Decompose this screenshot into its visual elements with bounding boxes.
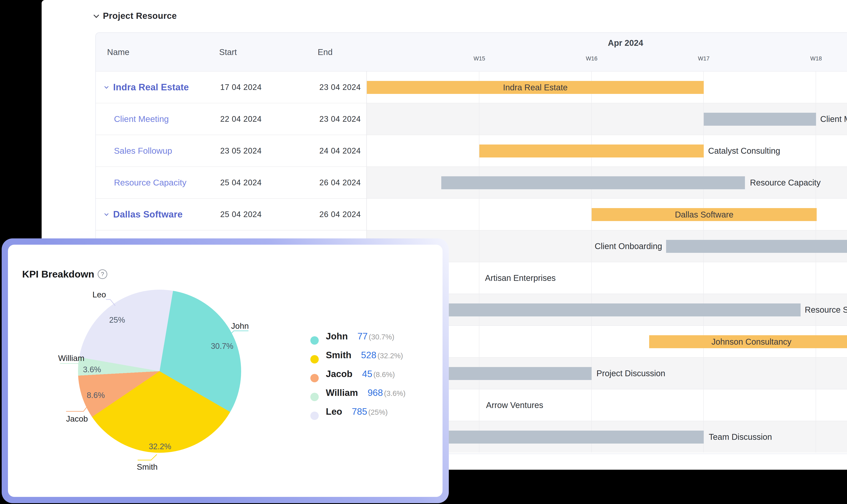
legend-value: 77 (357, 331, 368, 342)
gantt-row-dallas-software: Dallas Software 25 04 2024 26 04 2024 Da… (96, 198, 847, 230)
bar-label: Arrow Ventures (486, 400, 543, 410)
legend-percent: (3.6%) (384, 389, 406, 398)
page-background: Project Resource Name Start End Apr 2024… (0, 0, 847, 504)
bar-label: Resource Scheduler (805, 305, 847, 314)
timeline-cell: Resource Capacity (367, 167, 847, 198)
legend-name: Leo (326, 406, 342, 417)
gantt-bar-catalyst-consulting[interactable] (479, 144, 704, 158)
chevron-down-icon[interactable] (104, 212, 109, 216)
legend-percent: (32.2%) (378, 352, 403, 360)
gantt-row-sales-followup: Sales Followup 23 05 2024 24 04 2024 Cat… (96, 135, 847, 166)
gantt-row-resource-capacity: Resource Capacity 25 04 2024 26 04 2024 … (96, 166, 847, 198)
task-start-date: 17 04 2024 (220, 83, 262, 92)
legend-value: 528 (361, 350, 376, 360)
task-name-link[interactable]: Indra Real Estate (113, 82, 189, 92)
column-header-name: Name (107, 47, 129, 57)
timeline-month-label: Apr 2024 (608, 38, 643, 48)
week-gridline (479, 71, 479, 453)
timeline-week-label: W17 (698, 55, 709, 62)
legend-value: 968 (368, 388, 383, 398)
bar-label: Indra Real Estate (367, 81, 704, 94)
bar-label: Artisan Enterprises (485, 273, 556, 283)
timeline-cell: Indra Real Estate (367, 72, 847, 103)
timeline-week-label: W16 (586, 55, 597, 62)
help-icon[interactable]: ? (98, 269, 107, 279)
chevron-down-icon[interactable] (93, 12, 99, 18)
task-name-link[interactable]: Dallas Software (113, 209, 183, 220)
bar-label: Dallas Software (592, 208, 817, 221)
legend-name: Smith (326, 350, 352, 360)
grid-header: Name Start End Apr 2024 W15 W16 W17 W18 (96, 33, 847, 71)
task-start-date: 25 04 2024 (220, 178, 262, 187)
gantt-bar-indra-real-estate[interactable]: Indra Real Estate (367, 81, 704, 94)
timeline-week-label: W15 (473, 55, 485, 62)
legend-dot (310, 355, 319, 363)
bar-label: Resource Capacity (750, 178, 821, 187)
legend-dot (310, 374, 319, 382)
legend-value: 785 (352, 406, 367, 417)
task-start-date: 23 05 2024 (220, 146, 262, 156)
task-name-link[interactable]: Sales Followup (114, 146, 172, 156)
task-name-link[interactable]: Client Meeting (114, 114, 169, 124)
task-end-date: 23 04 2024 (319, 114, 361, 124)
legend-item-william[interactable]: William 968 (3.6%) (310, 388, 406, 406)
legend-item-jacob[interactable]: Jacob 45 (8.6%) (310, 369, 406, 388)
timeline-cell: Client Meeting (367, 103, 847, 135)
task-start-date: 22 04 2024 (220, 114, 262, 124)
gantt-bar-johnson-consultancy[interactable]: Johnson Consultancy (649, 335, 847, 348)
gantt-row-indra-real-estate: Indra Real Estate 17 04 2024 23 04 2024 … (96, 71, 847, 103)
legend-name: William (326, 388, 358, 398)
legend-percent: (30.7%) (369, 333, 394, 341)
task-start-date: 25 04 2024 (220, 210, 262, 219)
task-cells: Resource Capacity 25 04 2024 26 04 2024 (96, 167, 367, 198)
legend-dot (310, 393, 319, 401)
pie-label-smith: Smith (137, 462, 158, 471)
gantt-bar-dallas-software[interactable]: Dallas Software (592, 208, 817, 221)
bar-label: Team Discussion (709, 432, 772, 442)
section-title: Project Resource (103, 11, 177, 21)
task-cells: Dallas Software 25 04 2024 26 04 2024 (96, 199, 367, 230)
section-header: Project Resource (94, 11, 177, 21)
task-end-date: 26 04 2024 (319, 178, 361, 187)
bar-label: Catalyst Consulting (708, 146, 780, 156)
timeline-cell: Catalyst Consulting (367, 135, 847, 166)
task-cells: Client Meeting 22 04 2024 23 04 2024 (96, 103, 367, 135)
gantt-bar-resource-capacity[interactable] (441, 176, 745, 189)
gantt-bar-client-onboarding[interactable] (666, 240, 847, 253)
gantt-bar-client-meeting[interactable] (704, 113, 816, 126)
legend-percent: (25%) (368, 408, 388, 416)
legend-item-john[interactable]: John 77 (30.7%) (310, 331, 406, 350)
task-name-link[interactable]: Resource Capacity (114, 178, 186, 187)
task-cells: Sales Followup 23 05 2024 24 04 2024 (96, 135, 367, 166)
leader-line-jacob (66, 407, 87, 411)
kpi-pie-chart[interactable] (78, 290, 241, 453)
week-gridline (703, 71, 704, 453)
timeline-week-label: W18 (810, 55, 822, 62)
task-end-date: 26 04 2024 (319, 210, 361, 219)
task-cells: Indra Real Estate 17 04 2024 23 04 2024 (96, 72, 367, 103)
week-gridline (591, 71, 592, 453)
kpi-card-body: KPI Breakdown ? Leo John William Jacob S… (8, 245, 443, 497)
legend-item-smith[interactable]: Smith 528 (32.2%) (310, 350, 406, 369)
pie-label-john: John (231, 321, 249, 330)
column-header-end: End (318, 47, 332, 57)
gantt-row-client-meeting: Client Meeting 22 04 2024 23 04 2024 Cli… (96, 103, 847, 135)
legend-item-leo[interactable]: Leo 785 (25%) (310, 406, 406, 425)
bar-label: Client Meeting (820, 114, 847, 124)
kpi-breakdown-card: KPI Breakdown ? Leo John William Jacob S… (2, 238, 449, 503)
pie-label-leo: Leo (92, 290, 106, 299)
task-end-date: 23 04 2024 (319, 83, 361, 92)
leader-line-smith (138, 454, 157, 460)
week-gridline (816, 71, 816, 453)
legend-name: Jacob (326, 369, 353, 379)
bar-label: Johnson Consultancy (649, 335, 847, 348)
legend-dot (310, 412, 319, 420)
chevron-down-icon[interactable] (104, 85, 109, 89)
task-end-date: 24 04 2024 (319, 146, 361, 156)
legend-dot (310, 336, 319, 345)
timeline-cell: Dallas Software (367, 199, 847, 230)
bar-label: Client Onboarding (595, 241, 662, 251)
bar-label: Project Discussion (596, 369, 665, 378)
column-header-start: Start (219, 47, 237, 57)
legend-value: 45 (362, 369, 372, 379)
